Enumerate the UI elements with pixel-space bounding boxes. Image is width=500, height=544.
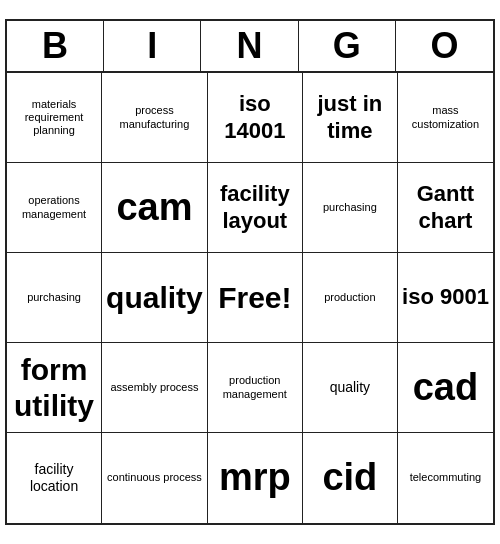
bingo-cell-0: materials requirement planning <box>7 73 102 163</box>
cell-text-4: mass customization <box>402 104 489 130</box>
bingo-cell-20: facility location <box>7 433 102 523</box>
bingo-cell-10: purchasing <box>7 253 102 343</box>
bingo-cell-12: Free! <box>208 253 303 343</box>
bingo-cell-18: quality <box>303 343 398 433</box>
cell-text-21: continuous process <box>107 471 202 484</box>
bingo-cell-19: cad <box>398 343 493 433</box>
cell-text-16: assembly process <box>110 381 198 394</box>
cell-text-14: iso 9001 <box>402 284 489 310</box>
bingo-cell-3: just in time <box>303 73 398 163</box>
cell-text-22: mrp <box>219 455 291 501</box>
header-letter-g: G <box>299 21 396 71</box>
bingo-cell-2: iso 14001 <box>208 73 303 163</box>
bingo-cell-16: assembly process <box>102 343 208 433</box>
bingo-cell-23: cid <box>303 433 398 523</box>
bingo-cell-6: cam <box>102 163 208 253</box>
cell-text-24: telecommuting <box>410 471 482 484</box>
bingo-cell-15: form utility <box>7 343 102 433</box>
cell-text-5: operations management <box>11 194 97 220</box>
bingo-header: BINGO <box>7 21 493 73</box>
cell-text-3: just in time <box>307 91 393 144</box>
bingo-cell-8: purchasing <box>303 163 398 253</box>
bingo-board: BINGO materials requirement planningproc… <box>5 19 495 525</box>
bingo-cell-1: process manufacturing <box>102 73 208 163</box>
bingo-cell-5: operations management <box>7 163 102 253</box>
bingo-grid: materials requirement planningprocess ma… <box>7 73 493 523</box>
bingo-cell-17: production management <box>208 343 303 433</box>
cell-text-15: form utility <box>11 352 97 424</box>
cell-text-13: production <box>324 291 375 304</box>
header-letter-b: B <box>7 21 104 71</box>
bingo-cell-11: quality <box>102 253 208 343</box>
bingo-cell-13: production <box>303 253 398 343</box>
cell-text-17: production management <box>212 374 298 400</box>
cell-text-6: cam <box>116 185 192 231</box>
bingo-cell-24: telecommuting <box>398 433 493 523</box>
header-letter-i: I <box>104 21 201 71</box>
cell-text-2: iso 14001 <box>212 91 298 144</box>
cell-text-18: quality <box>330 379 370 396</box>
bingo-cell-4: mass customization <box>398 73 493 163</box>
cell-text-11: quality <box>106 280 203 316</box>
cell-text-7: facility layout <box>212 181 298 234</box>
bingo-cell-14: iso 9001 <box>398 253 493 343</box>
cell-text-23: cid <box>322 455 377 501</box>
cell-text-20: facility location <box>11 461 97 495</box>
bingo-cell-22: mrp <box>208 433 303 523</box>
cell-text-19: cad <box>413 365 478 411</box>
bingo-cell-21: continuous process <box>102 433 208 523</box>
cell-text-12: Free! <box>218 280 291 316</box>
cell-text-1: process manufacturing <box>106 104 203 130</box>
header-letter-o: O <box>396 21 493 71</box>
bingo-cell-9: Gantt chart <box>398 163 493 253</box>
header-letter-n: N <box>201 21 298 71</box>
cell-text-0: materials requirement planning <box>11 98 97 138</box>
bingo-cell-7: facility layout <box>208 163 303 253</box>
cell-text-10: purchasing <box>27 291 81 304</box>
cell-text-9: Gantt chart <box>402 181 489 234</box>
cell-text-8: purchasing <box>323 201 377 214</box>
